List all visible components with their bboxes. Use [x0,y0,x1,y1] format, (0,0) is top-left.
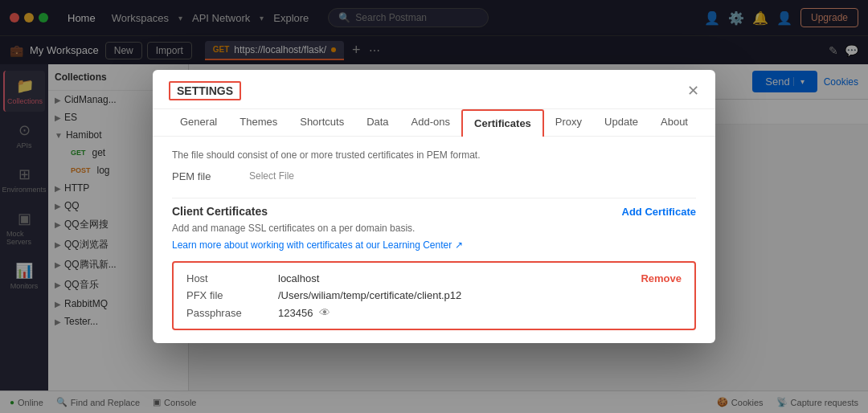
passphrase-field: 123456 👁 [278,306,330,319]
tab-proxy[interactable]: Proxy [544,109,593,136]
settings-modal: SETTINGS ✕ General Themes Shortcuts Data… [153,70,715,343]
eye-icon[interactable]: 👁 [319,306,330,319]
modal-body: The file should consist of one or more t… [153,137,715,343]
cert-pfx-row: PFX file /Users/wiliam/temp/certificate/… [186,289,461,301]
passphrase-value: 123456 [278,307,313,319]
passphrase-label: Passphrase [186,307,259,319]
add-certificate-button[interactable]: Add Certificate [622,206,696,218]
host-value: localhost [278,272,319,284]
pem-section: The file should consist of one or more t… [172,149,696,185]
select-file-button[interactable]: Select File [243,167,301,185]
modal-overlay[interactable]: SETTINGS ✕ General Themes Shortcuts Data… [0,0,868,413]
tab-themes[interactable]: Themes [228,109,289,136]
pfx-value: /Users/wiliam/temp/certificate/client.p1… [278,289,461,301]
modal-tabs: General Themes Shortcuts Data Add-ons Ce… [153,109,715,137]
modal-header: SETTINGS ✕ [153,70,715,109]
tab-data[interactable]: Data [355,109,399,136]
remove-certificate-button[interactable]: Remove [641,272,682,284]
cert-host-row: Host localhost [186,272,461,284]
tab-general[interactable]: General [169,109,228,136]
tab-shortcuts[interactable]: Shortcuts [289,109,355,136]
client-certs-section-header: Client Certificates Add Certificate [172,205,696,218]
cert-fields: Host localhost PFX file /Users/wiliam/te… [186,272,461,319]
client-certs-title: Client Certificates [172,205,268,218]
pem-label: PEM file [172,170,236,182]
learn-more-link[interactable]: Learn more about working with certificat… [172,239,463,251]
cert-entry: Host localhost PFX file /Users/wiliam/te… [172,261,696,330]
host-label: Host [186,272,259,284]
divider [172,198,696,198]
pfx-label: PFX file [186,289,259,301]
modal-close-button[interactable]: ✕ [687,82,699,100]
tab-certificates[interactable]: Certificates [461,109,544,137]
cert-passphrase-row: Passphrase 123456 👁 [186,306,461,319]
modal-title: SETTINGS [169,81,241,100]
tab-update[interactable]: Update [593,109,649,136]
pem-file-row: PEM file Select File [172,167,696,185]
pem-description: The file should consist of one or more t… [172,149,696,161]
tab-about[interactable]: About [649,109,699,136]
tab-addons[interactable]: Add-ons [400,109,461,136]
client-certs-desc: Add and manage SSL certificates on a per… [172,223,696,234]
